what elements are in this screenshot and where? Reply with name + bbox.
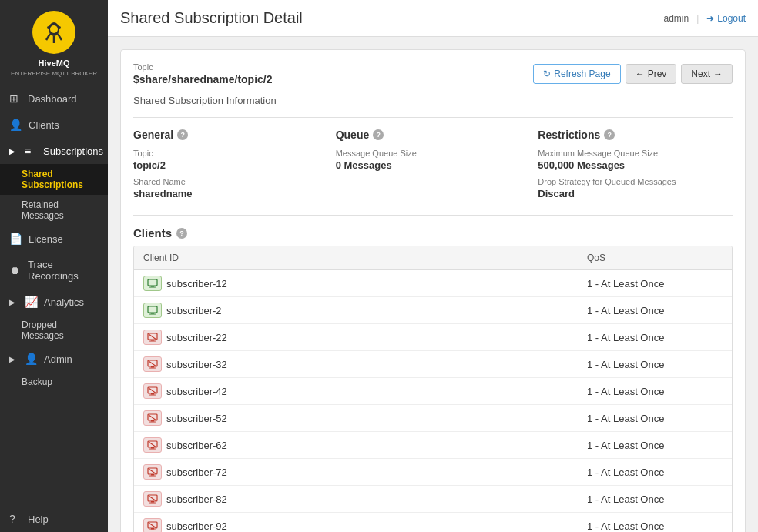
svg-point-6 xyxy=(47,26,50,29)
queue-title: Queue xyxy=(336,129,370,141)
client-id-value: subscriber-82 xyxy=(166,494,227,505)
svg-rect-43 xyxy=(151,528,154,530)
clients-title: Clients xyxy=(133,226,172,239)
main-card: Topic $share/sharedname/topic/2 ↻ Refres… xyxy=(120,49,746,532)
username: admin xyxy=(663,13,689,24)
shared-subscriptions-label: Shared Subscriptions xyxy=(22,169,99,190)
table-row[interactable]: subscriber-22 1 - At Least Once xyxy=(134,324,732,351)
next-label: Next xyxy=(691,69,710,79)
sidebar-item-license[interactable]: 📄 License xyxy=(0,226,108,252)
qos-cell: 1 - At Least Once xyxy=(578,459,732,486)
svg-rect-35 xyxy=(151,474,154,476)
shared-name-field-label: Shared Name xyxy=(133,177,320,186)
svg-rect-31 xyxy=(151,447,154,449)
general-help-icon[interactable]: ? xyxy=(177,129,188,140)
next-button[interactable]: Next → xyxy=(681,64,733,84)
sidebar-item-dropped-messages[interactable]: Dropped Messages xyxy=(0,315,108,346)
topbar-right: admin | ➜ Logout xyxy=(663,13,746,24)
client-status-icon xyxy=(143,303,162,318)
table-row[interactable]: subscriber-2 1 - At Least Once xyxy=(134,297,732,324)
table-row[interactable]: subscriber-12 1 - At Least Once xyxy=(134,270,732,297)
sidebar-item-dashboard[interactable]: ⊞ Dashboard xyxy=(0,85,108,112)
prev-button[interactable]: ← Prev xyxy=(626,64,677,84)
client-id-value: subscriber-52 xyxy=(166,413,227,424)
divider-clients xyxy=(133,215,733,216)
dropped-messages-label: Dropped Messages xyxy=(22,320,99,341)
client-status-icon xyxy=(143,410,162,426)
restrictions-col: Restrictions ? Maximum Message Queue Siz… xyxy=(530,129,733,199)
help-label: Help xyxy=(28,514,49,525)
table-row[interactable]: subscriber-42 1 - At Least Once xyxy=(134,378,732,405)
clients-help-icon[interactable]: ? xyxy=(176,228,187,239)
svg-line-45 xyxy=(149,523,156,528)
drop-strategy-value: Discard xyxy=(538,188,725,199)
table-row[interactable]: subscriber-92 1 - At Least Once xyxy=(134,513,732,533)
subscriptions-icon: ≡ xyxy=(25,145,37,157)
prev-label: Prev xyxy=(648,69,667,79)
info-grid: General ? Topic topic/2 Shared Name shar… xyxy=(133,129,733,199)
client-id-cell: subscriber-32 xyxy=(134,351,578,378)
table-row[interactable]: subscriber-72 1 - At Least Once xyxy=(134,459,732,486)
admin-arrow: ▶ xyxy=(9,355,15,363)
logout-link[interactable]: ➜ Logout xyxy=(706,13,746,24)
sidebar-item-retained-messages[interactable]: Retained Messages xyxy=(0,195,108,226)
subscriptions-arrow: ▶ xyxy=(9,147,15,156)
client-id-cell: subscriber-12 xyxy=(134,270,578,297)
client-id-value: subscriber-12 xyxy=(166,278,227,289)
table-row[interactable]: subscriber-32 1 - At Least Once xyxy=(134,351,732,378)
svg-rect-10 xyxy=(149,287,156,288)
qos-cell: 1 - At Least Once xyxy=(578,513,732,533)
svg-line-21 xyxy=(149,361,156,366)
client-status-icon xyxy=(143,330,162,345)
qos-cell: 1 - At Least Once xyxy=(578,405,732,432)
restrictions-title: Restrictions xyxy=(538,129,600,141)
client-id-cell: subscriber-22 xyxy=(134,324,578,351)
qos-cell: 1 - At Least Once xyxy=(578,432,732,459)
sidebar-item-help[interactable]: ? Help xyxy=(0,506,108,532)
topic-field-label: Topic xyxy=(133,149,320,158)
svg-rect-15 xyxy=(151,340,154,341)
table-header-row: Client ID QoS xyxy=(134,246,732,270)
sidebar-item-subscriptions[interactable]: ▶ ≡ Subscriptions xyxy=(0,138,108,164)
license-icon: 📄 xyxy=(9,233,22,245)
client-id-value: subscriber-92 xyxy=(166,520,227,532)
queue-size-value: 0 Messages xyxy=(336,159,523,171)
general-header: General ? xyxy=(133,129,320,141)
svg-rect-27 xyxy=(151,420,154,422)
sidebar-item-shared-subscriptions[interactable]: Shared Subscriptions xyxy=(0,164,108,195)
qos-cell: 1 - At Least Once xyxy=(578,270,732,297)
page-title: Shared Subscription Detail xyxy=(120,9,303,27)
restrictions-help-icon[interactable]: ? xyxy=(604,129,615,140)
table-row[interactable]: subscriber-82 1 - At Least Once xyxy=(134,486,732,513)
sidebar-item-analytics[interactable]: ▶ 📈 Analytics xyxy=(0,289,108,315)
svg-rect-36 xyxy=(149,476,156,477)
client-id-cell: subscriber-62 xyxy=(134,432,578,459)
logo: HiveMQ ENTERPRISE MQTT BROKER xyxy=(0,0,108,85)
client-status-icon xyxy=(143,491,162,507)
table-row[interactable]: subscriber-52 1 - At Least Once xyxy=(134,405,732,432)
general-col: General ? Topic topic/2 Shared Name shar… xyxy=(133,129,328,199)
queue-help-icon[interactable]: ? xyxy=(373,129,384,140)
qos-cell: 1 - At Least Once xyxy=(578,324,732,351)
svg-rect-24 xyxy=(149,395,156,396)
client-id-cell: subscriber-82 xyxy=(134,486,578,513)
topic-label: Topic xyxy=(133,62,273,72)
sidebar-item-clients[interactable]: 👤 Clients xyxy=(0,112,108,138)
refresh-button[interactable]: ↻ Refresh Page xyxy=(533,64,620,84)
client-id-cell: subscriber-72 xyxy=(134,459,578,486)
table-row[interactable]: subscriber-62 1 - At Least Once xyxy=(134,432,732,459)
svg-rect-39 xyxy=(151,501,154,503)
svg-rect-23 xyxy=(151,393,154,395)
general-title: General xyxy=(133,129,173,141)
sidebar-item-trace-recordings[interactable]: ⏺ Trace Recordings xyxy=(0,252,108,289)
client-id-cell: subscriber-42 xyxy=(134,378,578,405)
topbar: Shared Subscription Detail admin | ➜ Log… xyxy=(108,0,758,37)
sidebar-item-admin[interactable]: ▶ 👤 Admin xyxy=(0,346,108,372)
qos-cell: 1 - At Least Once xyxy=(578,351,732,378)
qos-cell: 1 - At Least Once xyxy=(578,297,732,324)
sidebar-item-dashboard-label: Dashboard xyxy=(28,93,77,105)
analytics-icon: 📈 xyxy=(25,296,38,308)
client-id-value: subscriber-2 xyxy=(166,305,222,316)
svg-rect-40 xyxy=(149,503,156,504)
sidebar-item-backup[interactable]: Backup xyxy=(0,372,108,392)
